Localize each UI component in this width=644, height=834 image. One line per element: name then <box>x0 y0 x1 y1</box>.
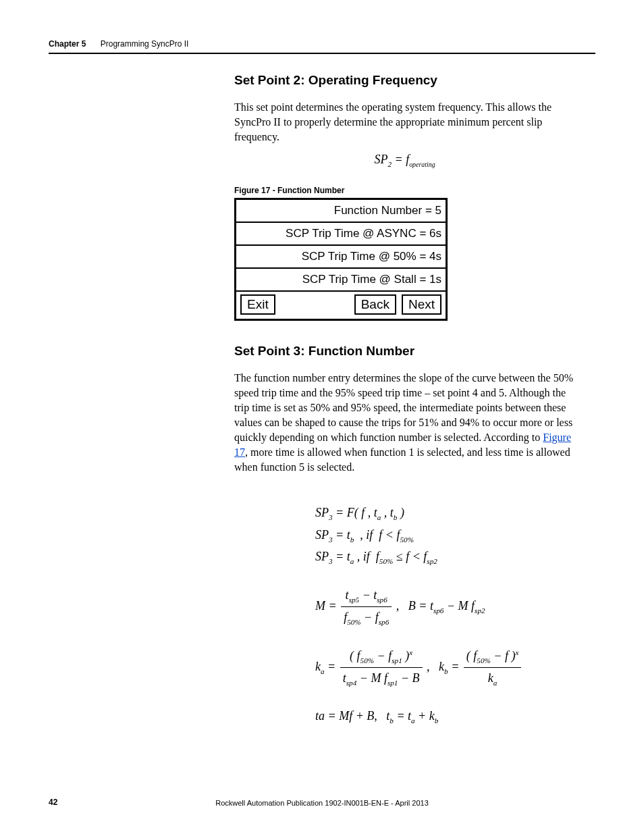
sp3-equations-block-3: ka = ( f50% − fsp1 )x tsp4 − M fsp1 − B … <box>315 646 575 689</box>
button-spacer <box>281 294 349 315</box>
sp3-body-post: , more time is allowed when function 1 i… <box>234 446 570 473</box>
screen-row-50pct: SCP Trip Time @ 50% = 4s <box>236 246 446 269</box>
exit-button[interactable]: Exit <box>240 294 275 315</box>
function-number-screen: Function Number = 5 SCP Trip Time @ ASYN… <box>234 198 448 321</box>
sp2-body: This set point determines the operating … <box>234 100 575 145</box>
sp3-equations-block-4: ta = Mf + B, tb = ta + kb <box>315 706 575 727</box>
sp3-equations-block-1: SP3 = F( f , ta , tb ) SP3 = tb , if f <… <box>315 503 575 567</box>
eq-sp3-line2: SP3 = tb , if f < f50% <box>315 525 575 546</box>
eq-ta-tb: ta = Mf + B, tb = ta + kb <box>315 706 575 727</box>
sp3-heading: Set Point 3: Function Number <box>234 344 575 359</box>
screen-row-stall: SCP Trip Time @ Stall = 1s <box>236 269 446 292</box>
running-header: Chapter 5 Programming SyncPro II <box>49 39 595 54</box>
eq-sp3-line3: SP3 = ta , if f50% ≤ f < fsp2 <box>315 547 575 567</box>
screen-row-function-number: Function Number = 5 <box>236 200 446 223</box>
sp2-equation: SP2 = foperating <box>234 153 575 168</box>
publication-footer: Rockwell Automation Publication 1902-IN0… <box>49 799 595 807</box>
sp3-body: The function number entry determines the… <box>234 371 575 475</box>
sp3-body-pre: The function number entry determines the… <box>234 372 573 443</box>
eq-M-B: M = tsp5 − tsp6 f50% − fsp6 , B = tsp6 −… <box>315 585 575 629</box>
eq-sp3-line1: SP3 = F( f , ta , tb ) <box>315 503 575 523</box>
sp2-heading: Set Point 2: Operating Frequency <box>234 73 575 88</box>
chapter-label: Chapter 5 <box>49 39 86 49</box>
eq-ka-kb: ka = ( f50% − fsp1 )x tsp4 − M fsp1 − B … <box>315 646 575 689</box>
screen-button-row: Exit Back Next <box>236 292 446 319</box>
next-button[interactable]: Next <box>402 294 441 315</box>
sp3-equations-block-2: M = tsp5 − tsp6 f50% − fsp6 , B = tsp6 −… <box>315 585 575 629</box>
back-button[interactable]: Back <box>354 294 396 315</box>
figure17-caption: Figure 17 - Function Number <box>234 186 595 195</box>
chapter-title: Programming SyncPro II <box>101 39 189 49</box>
screen-row-async: SCP Trip Time @ ASYNC = 6s <box>236 223 446 246</box>
